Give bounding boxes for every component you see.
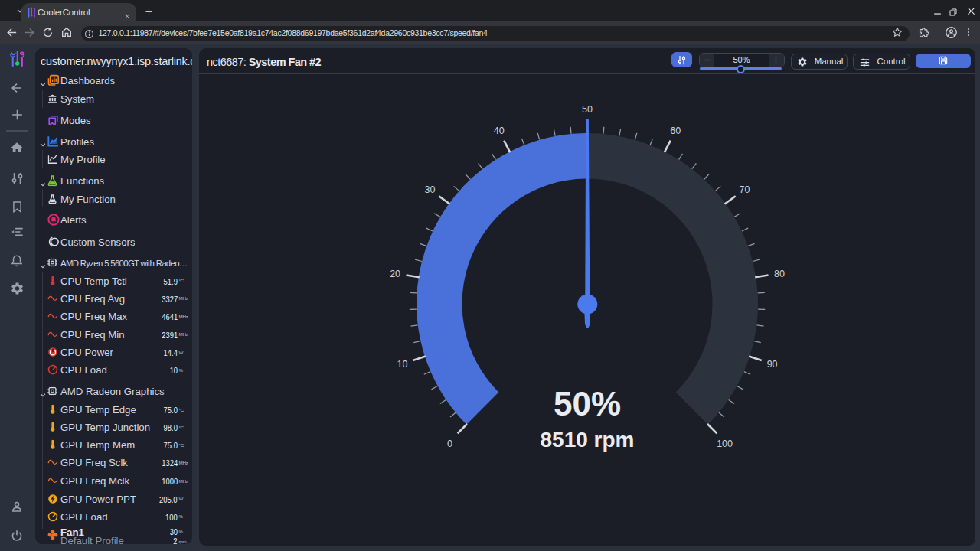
svg-text:90: 90 — [767, 359, 778, 370]
svg-text:100: 100 — [717, 439, 733, 449]
svg-text:20: 20 — [390, 269, 400, 279]
svg-text:30: 30 — [425, 184, 436, 195]
svg-text:0: 0 — [447, 439, 452, 449]
svg-text:8510 rpm: 8510 rpm — [541, 428, 635, 452]
svg-text:50: 50 — [582, 104, 593, 115]
svg-text:50%: 50% — [554, 385, 621, 422]
svg-text:60: 60 — [670, 126, 681, 136]
svg-text:40: 40 — [494, 126, 505, 136]
svg-text:10: 10 — [397, 359, 407, 370]
svg-text:70: 70 — [740, 184, 750, 195]
svg-text:80: 80 — [774, 269, 785, 279]
